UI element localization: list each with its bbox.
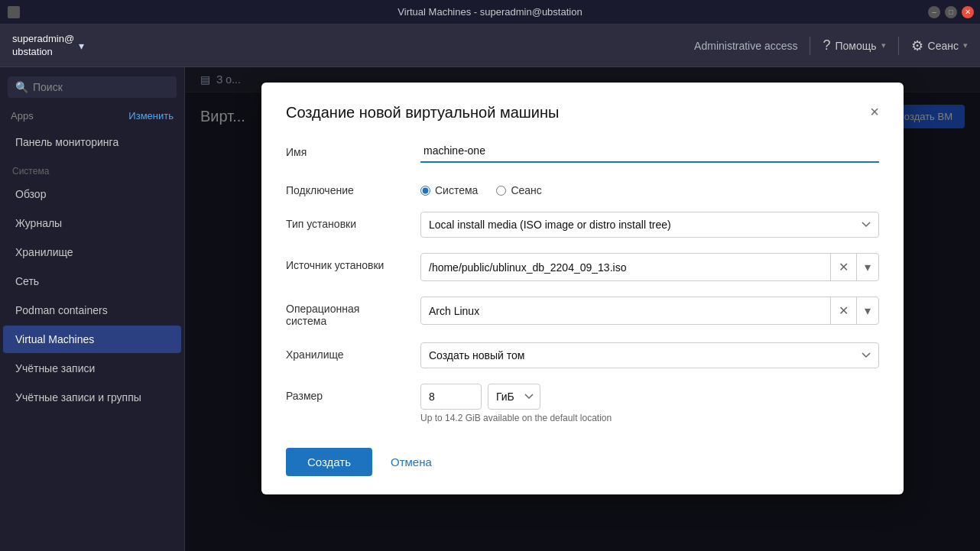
connection-label: Подключение <box>286 178 408 196</box>
user-dropdown-icon: ▾ <box>79 40 84 52</box>
minimize-button[interactable]: – <box>928 6 940 18</box>
sidebar-section-system: Система <box>0 157 184 180</box>
sidebar-item-logs-label: Журналы <box>15 217 62 229</box>
size-input[interactable] <box>420 384 482 410</box>
create-vm-modal: Создание новой виртуальной машины × Имя … <box>261 83 904 494</box>
help-chevron-icon: ▾ <box>881 41 886 50</box>
storage-label: Хранилище <box>286 342 408 361</box>
user-line2: ubstation <box>12 46 74 59</box>
form-row-os: Операционнаясистема ✕ ▾ <box>286 297 879 327</box>
help-label: Помощь <box>836 40 877 52</box>
radio-system[interactable]: Система <box>420 184 478 196</box>
os-label: Операционнаясистема <box>286 297 408 327</box>
sidebar-item-logs[interactable]: Журналы <box>3 209 181 237</box>
help-button[interactable]: ? Помощь ▾ <box>823 37 885 53</box>
size-hint: Up to 14.2 GiB available on the default … <box>420 413 879 423</box>
source-input-wrapper: ✕ ▾ <box>420 253 879 281</box>
form-row-install-source: Источник установки ✕ ▾ <box>286 253 879 281</box>
radio-session-label: Сеанс <box>511 184 541 196</box>
topbar: superadmin@ ubstation ▾ Administrative a… <box>0 24 980 67</box>
cancel-button[interactable]: Отмена <box>385 448 438 476</box>
os-input-wrapper: ✕ ▾ <box>420 297 879 325</box>
session-label: Сеанс <box>928 40 959 52</box>
source-clear-button[interactable]: ✕ <box>830 254 856 280</box>
radio-session-input[interactable] <box>496 186 506 196</box>
sidebar: 🔍 Поиск Apps Изменить Панель мониторинга… <box>0 67 185 551</box>
install-source-label: Источник установки <box>286 253 408 271</box>
sidebar-item-network[interactable]: Сеть <box>3 267 181 295</box>
session-button[interactable]: ⚙ Сеанс ▾ <box>911 37 968 54</box>
sidebar-item-system-label: Система <box>12 166 49 177</box>
page-content: ▤ З о... Вирт... ⬇ 0 Создать ВМ Создание… <box>185 67 980 551</box>
create-vm-button[interactable]: Создать <box>286 448 372 476</box>
sidebar-item-overview-label: Обзор <box>15 188 46 200</box>
admin-access-label: Administrative access <box>694 40 797 52</box>
storage-select[interactable]: Создать новый том <box>420 342 879 368</box>
sidebar-item-network-label: Сеть <box>15 275 39 287</box>
os-dropdown-button[interactable]: ▾ <box>856 297 878 324</box>
topbar-divider <box>810 37 810 55</box>
sidebar-item-vms-label: Virtual Machines <box>15 333 94 345</box>
install-source-control: ✕ ▾ <box>420 253 879 281</box>
sidebar-item-monitoring[interactable]: Панель мониторинга <box>3 128 181 156</box>
modal-backdrop: Создание новой виртуальной машины × Имя … <box>185 67 980 551</box>
radio-session[interactable]: Сеанс <box>496 184 541 196</box>
main-layout: superadmin@ ubstation ▾ Administrative a… <box>0 24 980 551</box>
window-controls: – □ ✕ <box>928 6 974 18</box>
search-placeholder: Поиск <box>33 81 63 93</box>
sidebar-item-overview[interactable]: Обзор <box>3 180 181 208</box>
sidebar-search[interactable]: 🔍 Поиск <box>8 76 177 98</box>
close-button[interactable]: ✕ <box>962 6 974 18</box>
topbar-divider2 <box>898 37 899 55</box>
radio-system-input[interactable] <box>420 186 430 196</box>
form-row-install-type: Тип установки Local install media (ISO i… <box>286 212 879 238</box>
sidebar-item-vms[interactable]: Virtual Machines <box>3 326 181 353</box>
name-label: Имя <box>286 140 408 158</box>
connection-radio-group: Система Сеанс <box>420 178 879 196</box>
help-icon: ? <box>823 37 830 53</box>
size-row: ГиБ МиБ <box>420 384 879 410</box>
sidebar-item-accounts-label: Учётные записи <box>15 362 95 374</box>
os-input[interactable] <box>421 299 830 323</box>
connection-control: Система Сеанс <box>420 178 879 196</box>
topbar-left: superadmin@ ubstation ▾ <box>12 33 84 59</box>
form-row-size: Размер ГиБ МиБ Up to 14.2 GiB available … <box>286 384 879 423</box>
sidebar-item-storage[interactable]: Хранилище <box>3 238 181 266</box>
sidebar-apps-row: Apps Изменить <box>0 107 184 128</box>
os-control: ✕ ▾ <box>420 297 879 325</box>
apps-label: Apps <box>11 110 34 122</box>
content-area: 🔍 Поиск Apps Изменить Панель мониторинга… <box>0 67 980 551</box>
storage-control: Создать новый том <box>420 342 879 368</box>
modal-footer: Создать Отмена <box>286 442 879 476</box>
sidebar-item-accounts-groups[interactable]: Учётные записи и группы <box>3 384 181 411</box>
install-type-control: Local install media (ISO image or distro… <box>420 212 879 238</box>
form-row-name: Имя <box>286 140 879 163</box>
window-title: Virtual Machines - superadmin@ubstation <box>398 6 582 18</box>
os-label-text: Операционнаясистема <box>286 303 359 327</box>
install-type-select[interactable]: Local install media (ISO image or distro… <box>420 212 879 238</box>
os-clear-button[interactable]: ✕ <box>830 297 856 324</box>
apps-change-button[interactable]: Изменить <box>128 110 174 122</box>
modal-close-button[interactable]: × <box>870 104 879 119</box>
source-dropdown-button[interactable]: ▾ <box>856 254 878 280</box>
size-unit-select[interactable]: ГиБ МиБ <box>488 384 540 410</box>
name-control <box>420 140 879 163</box>
search-icon: 🔍 <box>15 81 28 93</box>
user-line1: superadmin@ <box>12 33 74 46</box>
form-row-storage: Хранилище Создать новый том <box>286 342 879 368</box>
sidebar-item-podman[interactable]: Podman containers <box>3 297 181 324</box>
sidebar-item-accounts[interactable]: Учётные записи <box>3 355 181 382</box>
maximize-button[interactable]: □ <box>945 6 957 18</box>
sidebar-item-accounts-groups-label: Учётные записи и группы <box>15 391 141 404</box>
install-type-label: Тип установки <box>286 212 408 230</box>
name-input[interactable] <box>420 140 879 163</box>
sidebar-item-storage-label: Хранилище <box>15 246 73 258</box>
size-label: Размер <box>286 384 408 402</box>
modal-title: Создание новой виртуальной машины <box>286 104 559 122</box>
install-source-input[interactable] <box>421 255 830 280</box>
session-chevron-icon: ▾ <box>963 41 968 50</box>
topbar-right: Administrative access ? Помощь ▾ ⚙ Сеанс… <box>694 37 968 55</box>
titlebar: Virtual Machines - superadmin@ubstation … <box>0 0 980 24</box>
modal-header: Создание новой виртуальной машины × <box>286 104 879 122</box>
user-info[interactable]: superadmin@ ubstation ▾ <box>12 33 84 59</box>
